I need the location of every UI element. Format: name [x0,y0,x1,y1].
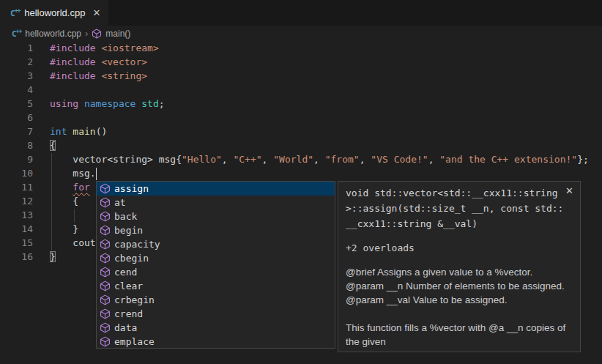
description-line: @param __n Number of elements to be assi… [346,279,573,293]
line-number: 2 [0,55,33,69]
suggest-item-label: emplace [114,336,155,347]
code-line: 6 [0,111,602,125]
line-number: 6 [0,111,33,125]
suggest-item-back[interactable]: back [97,209,335,223]
symbol-method-cube-icon [100,239,111,250]
tab-close-icon[interactable]: ✕ [92,7,100,18]
text-cursor [96,168,97,180]
code-line: 4 [0,83,602,97]
description-line [346,307,573,321]
line-number: 3 [0,69,33,83]
suggest-item-clear[interactable]: clear [97,279,335,293]
code-line: 2#include <vector> [0,55,602,69]
suggest-item-capacity[interactable]: capacity [97,237,335,251]
code-text: #include <vector> [33,55,147,69]
signature-line: __cxx11::string &__val) [346,216,573,231]
function-signature: void std::vector<std::__cxx11::string>::… [346,185,573,231]
intellisense-docs-panel: ✕ void std::vector<std::__cxx11::string>… [338,181,581,352]
line-number: 15 [0,236,33,250]
line-number: 16 [0,250,33,264]
line-number: 10 [0,166,33,180]
suggest-item-crend[interactable]: crend [97,307,335,321]
code-text: #include <iostream> [33,41,159,55]
symbol-method-cube-icon [100,211,111,222]
code-text: int main() [33,125,107,138]
code-text: vector<string> msg{"Hello", "C++", "Worl… [33,152,589,166]
code-line: 7int main() [0,125,602,138]
code-text: #include <string> [33,69,147,83]
symbol-method-cube-icon [100,322,111,333]
line-number: 4 [0,83,33,97]
chevron-right-icon: › [85,28,88,39]
line-number: 14 [0,222,33,236]
code-text [33,111,50,125]
code-text [33,208,50,222]
suggest-item-label: at [114,197,126,208]
suggest-item-label: capacity [114,239,160,250]
close-icon[interactable]: ✕ [565,185,573,196]
code-text: } [33,250,56,264]
code-line: 10 msg. [0,166,602,180]
suggest-item-label: clear [114,281,143,291]
suggest-item-label: data [114,322,137,333]
suggest-item-label: cbegin [114,253,149,264]
tab-helloworld-cpp[interactable]: C++ helloworld.cpp ✕ [0,0,108,26]
suggest-item-label: assign [114,183,149,194]
code-text [33,83,50,97]
line-number: 13 [0,208,33,222]
code-line: 3#include <string> [0,69,602,83]
symbol-method-cube-icon [100,197,111,208]
breadcrumb-symbol[interactable]: main() [105,29,130,39]
line-number: 8 [0,138,33,152]
cpp-file-icon: C++ [10,7,20,18]
line-number: 1 [0,41,33,55]
code-line: 8{ [0,138,602,152]
symbol-method-cube-icon [100,253,111,264]
code-text: { [33,194,78,208]
suggest-item-label: crbegin [114,294,155,305]
description-line: the given [346,335,573,349]
function-description: @brief Assigns a given value to a %vecto… [346,265,573,349]
tab-title: helloworld.cpp [24,7,85,18]
overloads-link[interactable]: +2 overloads [346,242,573,253]
code-text: { [33,138,56,152]
breadcrumb: C++ helloworld.cpp › main() [0,26,602,41]
intellisense-suggest-list: assignatbackbegincapacitycbegincendclear… [96,181,335,349]
code-text: using namespace std; [33,97,165,111]
suggest-item-cbegin[interactable]: cbegin [97,251,335,265]
description-line: This function fills a %vector with @a __… [346,321,573,335]
symbol-method-cube-icon [92,29,102,39]
suggest-item-label: back [114,211,137,222]
symbol-method-cube-icon [100,336,111,347]
suggest-item-data[interactable]: data [97,321,335,335]
line-number: 5 [0,97,33,111]
code-text: msg. [33,166,97,180]
line-number: 12 [0,194,33,208]
code-line: 9 vector<string> msg{"Hello", "C++", "Wo… [0,152,602,166]
symbol-method-cube-icon [100,225,111,236]
symbol-method-cube-icon [100,294,111,305]
description-line: @param __val Value to be assigned. [346,293,573,307]
suggest-item-emplace[interactable]: emplace [97,335,335,349]
suggest-item-cend[interactable]: cend [97,265,335,279]
symbol-method-cube-icon [100,308,111,319]
code-line: 1#include <iostream> [0,41,602,55]
suggest-item-at[interactable]: at [97,196,335,209]
breadcrumb-file[interactable]: helloworld.cpp [25,29,81,39]
code-text: cout [33,236,96,250]
line-number: 11 [0,180,33,194]
indent-guide [51,153,52,250]
signature-line: void std::vector<std::__cxx11::string [346,185,573,201]
code-text: } [33,222,78,236]
line-number: 7 [0,125,33,138]
suggest-item-label: crend [114,308,143,319]
signature-line: >::assign(std::size_t __n, const std:: [346,201,573,216]
suggest-item-begin[interactable]: begin [97,223,335,237]
symbol-method-cube-icon [100,281,111,291]
indent-guide [74,209,75,223]
tab-bar: C++ helloworld.cpp ✕ [0,0,602,26]
suggest-item-assign[interactable]: assign [97,182,335,196]
symbol-method-cube-icon [100,183,111,194]
suggest-item-crbegin[interactable]: crbegin [97,293,335,307]
cpp-file-icon: C++ [12,28,21,39]
